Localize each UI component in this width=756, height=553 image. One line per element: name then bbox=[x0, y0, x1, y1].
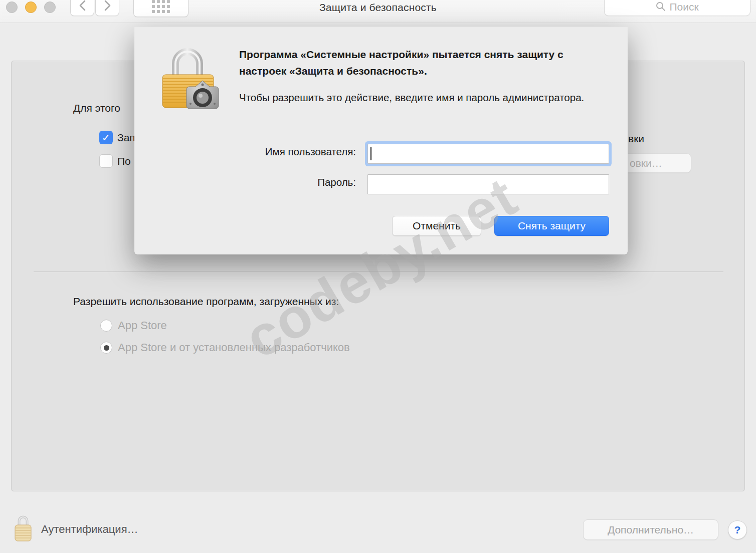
checkbox-unchecked-icon[interactable] bbox=[99, 154, 113, 168]
checkbox-checked-icon[interactable]: ✓ bbox=[99, 131, 113, 144]
cancel-button[interactable]: Отменить bbox=[392, 216, 481, 236]
username-label: Имя пользователя: bbox=[215, 146, 356, 158]
require-password-checkbox-row[interactable]: ✓ Зап bbox=[99, 131, 135, 144]
show-message-checkbox-row[interactable]: По bbox=[99, 154, 131, 168]
system-preferences-window: Защита и безопасность Поиск Для этого ✓ … bbox=[0, 0, 756, 553]
checkbox-label: По bbox=[117, 155, 131, 167]
checkbox-label: Зап bbox=[117, 132, 135, 144]
text-caret bbox=[370, 147, 371, 160]
appstore-identified-radio-row: App Store и от установленных разработчик… bbox=[100, 341, 350, 354]
lock-closed-icon bbox=[14, 512, 32, 543]
help-button[interactable]: ? bbox=[728, 520, 747, 539]
dialog-title: Программа «Системные настройки» пытается… bbox=[239, 46, 610, 79]
login-password-heading: Для этого bbox=[73, 102, 120, 114]
checkbox-text-fragment: вки bbox=[628, 133, 644, 145]
auth-dialog: Программа «Системные настройки» пытается… bbox=[134, 27, 628, 254]
radio-label: App Store и от установленных разработчик… bbox=[118, 341, 350, 354]
toolbar: Защита и безопасность Поиск bbox=[0, 0, 756, 23]
password-label: Пароль: bbox=[215, 176, 356, 188]
question-mark-icon: ? bbox=[734, 524, 741, 536]
radio-label: App Store bbox=[118, 319, 167, 332]
username-field[interactable] bbox=[367, 144, 609, 164]
search-placeholder: Поиск bbox=[669, 1, 698, 13]
radio-selected-icon bbox=[100, 342, 112, 354]
password-field[interactable] bbox=[367, 174, 609, 194]
section-divider bbox=[34, 271, 723, 272]
auth-status-label: Аутентификация… bbox=[41, 523, 138, 543]
lock-status[interactable]: Аутентификация… bbox=[14, 512, 138, 543]
search-input[interactable]: Поиск bbox=[604, 0, 750, 16]
dialog-message: Чтобы разрешить это действие, введите им… bbox=[239, 89, 590, 106]
unlock-button[interactable]: Снять защиту bbox=[494, 216, 609, 236]
search-icon bbox=[656, 2, 666, 12]
gatekeeper-heading: Разрешить использование программ, загруж… bbox=[73, 296, 339, 308]
appstore-radio-row: App Store bbox=[100, 319, 167, 332]
radio-unselected-icon bbox=[100, 320, 112, 332]
unlock-gear-icon bbox=[160, 46, 220, 111]
advanced-button: Дополнительно… bbox=[583, 519, 718, 540]
